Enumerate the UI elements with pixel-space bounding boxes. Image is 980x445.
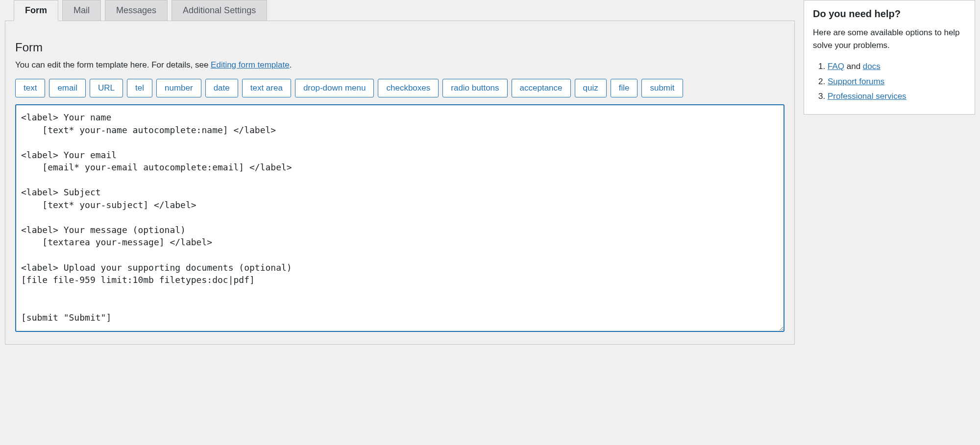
tag-email-button[interactable]: email: [49, 79, 86, 97]
tabs: Form Mail Messages Additional Settings: [14, 0, 795, 21]
intro-prefix: You can edit the form template here. For…: [15, 60, 211, 70]
help-intro: Here are some available options to help …: [813, 26, 966, 51]
tag-file-button[interactable]: file: [611, 79, 638, 97]
form-template-textarea[interactable]: [15, 104, 784, 332]
tag-radio-button[interactable]: radio buttons: [442, 79, 507, 97]
tag-url-button[interactable]: URL: [90, 79, 123, 97]
help-item-forums: Support forums: [828, 74, 966, 90]
tag-tel-button[interactable]: tel: [127, 79, 152, 97]
tag-submit-button[interactable]: submit: [641, 79, 683, 97]
support-forums-link[interactable]: Support forums: [828, 77, 884, 86]
panel-heading: Form: [15, 41, 784, 54]
tag-quiz-button[interactable]: quiz: [575, 79, 607, 97]
help-item-faq-mid: and: [844, 62, 863, 71]
help-title: Do you need help?: [813, 8, 966, 20]
faq-link[interactable]: FAQ: [828, 62, 844, 71]
tab-messages[interactable]: Messages: [105, 0, 168, 21]
form-panel: Form You can edit the form template here…: [5, 21, 795, 345]
tag-textarea-button[interactable]: text area: [242, 79, 291, 97]
tab-mail[interactable]: Mail: [62, 0, 101, 21]
tag-text-button[interactable]: text: [15, 79, 45, 97]
panel-intro: You can edit the form template here. For…: [15, 60, 784, 70]
tag-acceptance-button[interactable]: acceptance: [512, 79, 571, 97]
intro-suffix: .: [290, 60, 292, 70]
help-list: FAQ and docs Support forums Professional…: [813, 59, 966, 104]
help-box: Do you need help? Here are some availabl…: [804, 0, 975, 115]
editing-form-template-link[interactable]: Editing form template: [211, 60, 290, 70]
tag-dropdown-button[interactable]: drop-down menu: [295, 79, 374, 97]
tab-additional-settings[interactable]: Additional Settings: [172, 0, 267, 21]
tag-date-button[interactable]: date: [205, 79, 238, 97]
tag-number-button[interactable]: number: [156, 79, 201, 97]
professional-services-link[interactable]: Professional services: [828, 92, 906, 101]
tag-checkboxes-button[interactable]: checkboxes: [378, 79, 439, 97]
help-item-services: Professional services: [828, 89, 966, 104]
docs-link[interactable]: docs: [863, 62, 881, 71]
tab-form[interactable]: Form: [14, 0, 58, 21]
tag-generator-row: text email URL tel number date text area…: [15, 79, 784, 97]
help-item-faq: FAQ and docs: [828, 59, 966, 74]
